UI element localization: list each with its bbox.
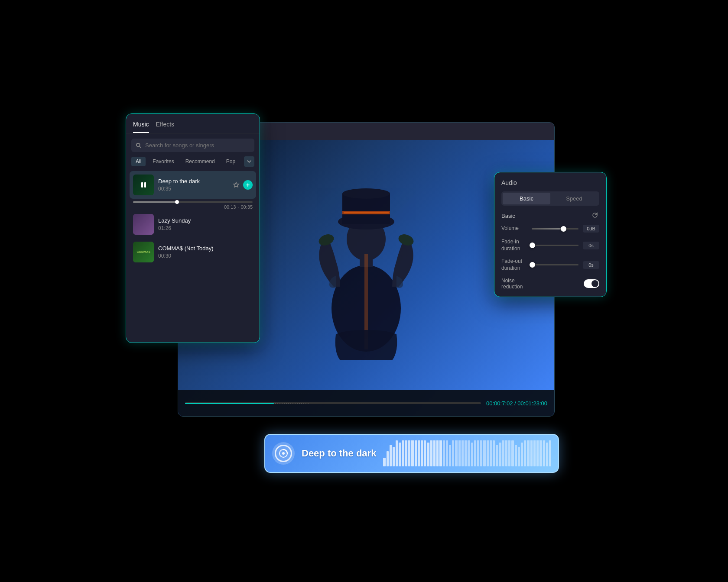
waveform-bar [477,440,479,466]
waveform-bar [480,440,482,466]
waveform-bar [490,440,492,466]
waveform-bar [452,440,454,466]
noise-reduction-label: Noise reduction [501,278,523,290]
tab-music[interactable]: Music [133,121,149,133]
noise-reduction-toggle[interactable] [584,279,599,288]
waveform-bar [411,440,413,466]
waveform-bar [443,440,445,466]
timeline-time: 00:00:7:02 / 00:01:23:00 [486,400,547,407]
waveform-bar [515,445,517,466]
progress-times: 00:13 · 00:35 [133,204,253,210]
timeline-dots [185,402,481,404]
volume-fill [532,228,563,230]
waveform-bar [390,445,392,466]
fade-out-label: Fade-outduration [501,258,527,272]
waveform-bar [468,440,470,466]
fade-in-value: 0s [583,242,599,249]
svg-line-13 [140,146,141,148]
current-progress-time: 00:13 [224,204,236,210]
timeline-track[interactable] [185,402,481,404]
music-logo-icon [279,449,288,458]
add-button-deep[interactable]: + [243,180,253,190]
waveform-bar [524,440,526,466]
waveform-bar [439,440,442,466]
progress-fill [133,201,177,203]
waveform-bar [518,447,520,466]
song-item-commas[interactable]: COMMA$ COMMA$ (Not Today) 00:30 [130,238,256,266]
fade-out-slider[interactable] [532,264,578,265]
waveform-bar [505,440,507,466]
song-duration-deep: 00:35 [158,186,228,192]
reset-button[interactable] [592,212,599,220]
audio-tab-basic[interactable]: Basic [503,193,550,204]
waveform-bar [458,440,461,466]
fade-in-slider[interactable] [532,245,578,246]
svg-rect-7 [344,212,389,213]
volume-slider[interactable] [532,228,578,230]
search-icon [136,142,142,149]
waveform-bar [546,443,548,466]
progress-track[interactable] [133,201,253,203]
star-button-deep[interactable] [232,181,240,189]
waveform-bar [455,440,457,466]
timeline-bar: 00:00:7:02 / 00:01:23:00 [178,390,554,416]
song-item-lazy-sunday[interactable]: Lazy Sunday 01:26 [130,210,256,238]
waveform-bar [549,440,551,466]
waveform-bar [436,440,439,466]
np-logo-inner [275,445,292,462]
song-thumbnail-deep [133,175,154,195]
song-thumbnail-commas: COMMA$ [133,242,154,262]
song-duration-commas: 00:30 [158,253,253,259]
filter-favorites[interactable]: Favorites [148,157,178,166]
volume-thumb [561,226,566,232]
filter-all[interactable]: All [131,157,146,166]
music-panel: Music Effects All Favorites Recommend Po… [126,113,260,343]
audio-panel: Audio Basic Speed Basic Volume 0dB Fade- [494,172,607,297]
fade-out-control-row: Fade-outduration 0s [501,258,599,272]
waveform-bar [424,440,426,466]
total-song-time: 00:35 [240,204,253,210]
waveform-bar [474,440,476,466]
audio-tab-speed[interactable]: Speed [550,193,598,204]
now-playing-waveform [383,440,551,466]
waveform-bar [449,445,451,466]
volume-control-row: Volume 0dB [501,225,599,233]
filter-recommend[interactable]: Recommend [181,157,219,166]
fade-out-value: 0s [583,261,599,269]
song-progress: 00:13 · 00:35 [130,199,256,210]
waveform-bar [462,440,464,466]
tab-effects[interactable]: Effects [156,121,175,133]
waveform-bar [543,440,545,466]
pause-bar-left [141,182,143,188]
song-title-deep: Deep to the dark [158,178,228,184]
waveform-bar [499,443,501,466]
scene: Player [126,96,602,486]
song-title-commas: COMMA$ (Not Today) [158,245,253,252]
now-playing-bar: Deep to the dark [264,434,559,473]
progress-thumb [175,200,179,204]
audio-tabs: Basic Speed [501,191,599,206]
search-bar [131,139,254,152]
song-thumbnail-lazy [133,214,154,235]
waveform-bar [502,440,504,466]
song-duration-lazy: 01:26 [158,225,253,231]
waveform-bar [508,440,510,466]
song-item-deep-dark[interactable]: Deep to the dark 00:35 + [130,171,256,199]
waveform-bar [496,445,498,466]
np-logo [272,442,295,465]
filter-pop[interactable]: Pop [222,157,240,166]
waveform-bar [511,440,514,466]
svg-point-5 [342,188,390,199]
waveform-bar [521,443,523,466]
chevron-down-icon [246,158,252,165]
now-playing-title: Deep to the dark [302,448,376,459]
waveform-bar [408,440,410,466]
waveform-bar [396,440,398,466]
volume-label: Volume [501,225,527,232]
waveform-bar [527,440,529,466]
waveform-bar [533,440,536,466]
filter-more-button[interactable] [244,156,254,167]
waveform-bar [383,458,385,466]
waveform-bar [446,440,448,466]
search-input[interactable] [145,142,250,149]
